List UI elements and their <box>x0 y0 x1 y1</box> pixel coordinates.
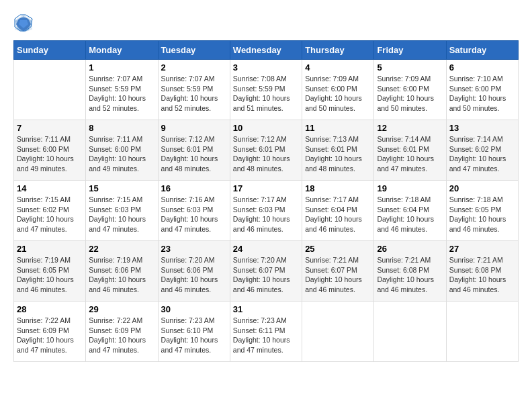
calendar-cell: 20Sunrise: 7:18 AM Sunset: 6:05 PM Dayli… <box>446 181 518 241</box>
day-number: 18 <box>305 183 371 193</box>
day-info: Sunrise: 7:23 AM Sunset: 6:11 PM Dayligh… <box>233 316 299 355</box>
calendar-cell <box>14 60 86 120</box>
calendar-cell: 23Sunrise: 7:20 AM Sunset: 6:06 PM Dayli… <box>158 241 230 302</box>
day-number: 4 <box>305 62 371 73</box>
calendar-cell: 15Sunrise: 7:15 AM Sunset: 6:03 PM Dayli… <box>86 181 158 241</box>
calendar-table: SundayMondayTuesdayWednesdayThursdayFrid… <box>13 40 519 362</box>
calendar-cell: 18Sunrise: 7:17 AM Sunset: 6:04 PM Dayli… <box>302 181 374 241</box>
calendar-cell: 25Sunrise: 7:21 AM Sunset: 6:07 PM Dayli… <box>302 241 374 302</box>
day-number: 22 <box>89 244 154 254</box>
day-number: 13 <box>449 123 515 133</box>
weekday-header-wednesday: Wednesday <box>230 41 302 60</box>
day-info: Sunrise: 7:11 AM Sunset: 6:00 PM Dayligh… <box>17 134 83 174</box>
day-number: 14 <box>17 183 83 193</box>
day-info: Sunrise: 7:21 AM Sunset: 6:08 PM Dayligh… <box>449 255 515 295</box>
day-info: Sunrise: 7:13 AM Sunset: 6:01 PM Dayligh… <box>305 134 371 174</box>
calendar-cell <box>302 302 374 362</box>
calendar-cell: 22Sunrise: 7:19 AM Sunset: 6:06 PM Dayli… <box>86 241 158 302</box>
day-number: 25 <box>305 244 371 254</box>
header <box>13 13 519 34</box>
day-info: Sunrise: 7:18 AM Sunset: 6:05 PM Dayligh… <box>449 195 515 234</box>
weekday-header-saturday: Saturday <box>446 41 518 60</box>
calendar-week-4: 21Sunrise: 7:19 AM Sunset: 6:05 PM Dayli… <box>14 241 519 302</box>
calendar-cell: 21Sunrise: 7:19 AM Sunset: 6:05 PM Dayli… <box>14 241 86 302</box>
calendar-cell: 29Sunrise: 7:22 AM Sunset: 6:09 PM Dayli… <box>86 302 158 362</box>
day-number: 12 <box>377 123 443 133</box>
calendar-week-2: 7Sunrise: 7:11 AM Sunset: 6:00 PM Daylig… <box>14 120 519 181</box>
day-info: Sunrise: 7:23 AM Sunset: 6:10 PM Dayligh… <box>161 316 227 355</box>
day-info: Sunrise: 7:22 AM Sunset: 6:09 PM Dayligh… <box>89 316 154 355</box>
day-info: Sunrise: 7:10 AM Sunset: 6:00 PM Dayligh… <box>449 74 515 113</box>
day-info: Sunrise: 7:20 AM Sunset: 6:07 PM Dayligh… <box>233 255 299 295</box>
day-info: Sunrise: 7:07 AM Sunset: 5:59 PM Dayligh… <box>161 74 227 113</box>
day-info: Sunrise: 7:19 AM Sunset: 6:06 PM Dayligh… <box>89 255 154 295</box>
calendar-cell: 2Sunrise: 7:07 AM Sunset: 5:59 PM Daylig… <box>158 60 230 120</box>
day-info: Sunrise: 7:21 AM Sunset: 6:07 PM Dayligh… <box>305 255 371 295</box>
day-info: Sunrise: 7:15 AM Sunset: 6:02 PM Dayligh… <box>17 195 83 234</box>
calendar-week-5: 28Sunrise: 7:22 AM Sunset: 6:09 PM Dayli… <box>14 302 519 362</box>
calendar-cell: 17Sunrise: 7:17 AM Sunset: 6:03 PM Dayli… <box>230 181 302 241</box>
day-info: Sunrise: 7:19 AM Sunset: 6:05 PM Dayligh… <box>17 255 83 295</box>
day-info: Sunrise: 7:14 AM Sunset: 6:01 PM Dayligh… <box>377 134 443 174</box>
day-number: 29 <box>89 304 154 314</box>
day-number: 8 <box>89 123 154 133</box>
day-number: 30 <box>161 304 227 314</box>
calendar-cell <box>446 302 518 362</box>
calendar-cell: 30Sunrise: 7:23 AM Sunset: 6:10 PM Dayli… <box>158 302 230 362</box>
day-number: 1 <box>89 62 154 73</box>
calendar-week-3: 14Sunrise: 7:15 AM Sunset: 6:02 PM Dayli… <box>14 181 519 241</box>
weekday-header-friday: Friday <box>374 41 446 60</box>
day-number: 5 <box>377 62 443 73</box>
day-number: 28 <box>17 304 83 314</box>
day-info: Sunrise: 7:07 AM Sunset: 5:59 PM Dayligh… <box>89 74 154 113</box>
day-info: Sunrise: 7:17 AM Sunset: 6:03 PM Dayligh… <box>233 195 299 234</box>
day-number: 17 <box>233 183 299 193</box>
day-info: Sunrise: 7:09 AM Sunset: 6:00 PM Dayligh… <box>377 74 443 113</box>
day-info: Sunrise: 7:09 AM Sunset: 6:00 PM Dayligh… <box>305 74 371 113</box>
calendar-cell: 9Sunrise: 7:12 AM Sunset: 6:01 PM Daylig… <box>158 120 230 181</box>
day-number: 27 <box>449 244 515 254</box>
day-info: Sunrise: 7:16 AM Sunset: 6:03 PM Dayligh… <box>161 195 227 234</box>
calendar-cell: 3Sunrise: 7:08 AM Sunset: 5:59 PM Daylig… <box>230 60 302 120</box>
day-number: 9 <box>161 123 227 133</box>
day-info: Sunrise: 7:12 AM Sunset: 6:01 PM Dayligh… <box>233 134 299 174</box>
calendar-cell: 8Sunrise: 7:11 AM Sunset: 6:00 PM Daylig… <box>86 120 158 181</box>
calendar-cell: 27Sunrise: 7:21 AM Sunset: 6:08 PM Dayli… <box>446 241 518 302</box>
calendar-cell: 31Sunrise: 7:23 AM Sunset: 6:11 PM Dayli… <box>230 302 302 362</box>
calendar-cell: 14Sunrise: 7:15 AM Sunset: 6:02 PM Dayli… <box>14 181 86 241</box>
calendar-cell: 12Sunrise: 7:14 AM Sunset: 6:01 PM Dayli… <box>374 120 446 181</box>
calendar-week-1: 1Sunrise: 7:07 AM Sunset: 5:59 PM Daylig… <box>14 60 519 120</box>
weekday-header-row: SundayMondayTuesdayWednesdayThursdayFrid… <box>14 41 519 60</box>
calendar-cell: 5Sunrise: 7:09 AM Sunset: 6:00 PM Daylig… <box>374 60 446 120</box>
day-number: 15 <box>89 183 154 193</box>
calendar-cell: 1Sunrise: 7:07 AM Sunset: 5:59 PM Daylig… <box>86 60 158 120</box>
calendar-cell: 11Sunrise: 7:13 AM Sunset: 6:01 PM Dayli… <box>302 120 374 181</box>
day-number: 11 <box>305 123 371 133</box>
day-number: 19 <box>377 183 443 193</box>
day-info: Sunrise: 7:15 AM Sunset: 6:03 PM Dayligh… <box>89 195 154 234</box>
day-number: 20 <box>449 183 515 193</box>
calendar-cell: 6Sunrise: 7:10 AM Sunset: 6:00 PM Daylig… <box>446 60 518 120</box>
day-info: Sunrise: 7:21 AM Sunset: 6:08 PM Dayligh… <box>377 255 443 295</box>
logo <box>13 13 36 34</box>
calendar-cell: 26Sunrise: 7:21 AM Sunset: 6:08 PM Dayli… <box>374 241 446 302</box>
day-number: 2 <box>161 62 227 73</box>
day-info: Sunrise: 7:20 AM Sunset: 6:06 PM Dayligh… <box>161 255 227 295</box>
day-number: 24 <box>233 244 299 254</box>
calendar-cell: 4Sunrise: 7:09 AM Sunset: 6:00 PM Daylig… <box>302 60 374 120</box>
weekday-header-tuesday: Tuesday <box>158 41 230 60</box>
day-info: Sunrise: 7:11 AM Sunset: 6:00 PM Dayligh… <box>89 134 154 174</box>
day-number: 16 <box>161 183 227 193</box>
day-number: 3 <box>233 62 299 73</box>
day-info: Sunrise: 7:12 AM Sunset: 6:01 PM Dayligh… <box>161 134 227 174</box>
calendar-cell: 13Sunrise: 7:14 AM Sunset: 6:02 PM Dayli… <box>446 120 518 181</box>
calendar-cell: 7Sunrise: 7:11 AM Sunset: 6:00 PM Daylig… <box>14 120 86 181</box>
weekday-header-monday: Monday <box>86 41 158 60</box>
calendar-cell: 10Sunrise: 7:12 AM Sunset: 6:01 PM Dayli… <box>230 120 302 181</box>
day-number: 26 <box>377 244 443 254</box>
day-info: Sunrise: 7:18 AM Sunset: 6:04 PM Dayligh… <box>377 195 443 234</box>
day-info: Sunrise: 7:22 AM Sunset: 6:09 PM Dayligh… <box>17 316 83 355</box>
day-info: Sunrise: 7:14 AM Sunset: 6:02 PM Dayligh… <box>449 134 515 174</box>
calendar-cell: 28Sunrise: 7:22 AM Sunset: 6:09 PM Dayli… <box>14 302 86 362</box>
calendar-cell: 19Sunrise: 7:18 AM Sunset: 6:04 PM Dayli… <box>374 181 446 241</box>
